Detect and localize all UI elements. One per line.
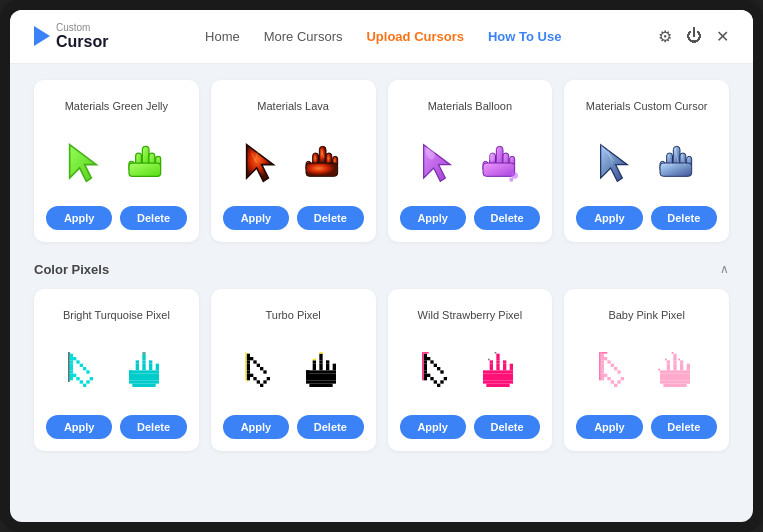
apply-button[interactable]: Apply [576, 206, 642, 230]
svg-rect-153 [490, 363, 493, 366]
cursor-arrow-turquoise [63, 347, 113, 397]
cursor-card-green-jelly: Materials Green Jelly [34, 80, 199, 242]
svg-rect-149 [496, 360, 499, 363]
apply-button[interactable]: Apply [400, 206, 466, 230]
cursor-card-baby-pink: Baby Pink Pixel [564, 289, 729, 451]
svg-rect-131 [424, 370, 427, 373]
svg-rect-181 [607, 377, 610, 380]
svg-rect-48 [73, 357, 76, 360]
svg-rect-41 [70, 357, 73, 360]
svg-rect-93 [260, 367, 263, 370]
svg-rect-57 [87, 380, 90, 383]
svg-rect-169 [600, 360, 603, 363]
svg-rect-203 [660, 377, 690, 380]
svg-rect-126 [424, 353, 427, 356]
apply-button[interactable]: Apply [46, 206, 112, 230]
svg-rect-180 [604, 373, 607, 376]
cursor-arrow-turbo [240, 347, 290, 397]
svg-rect-76 [129, 370, 159, 373]
svg-rect-77 [129, 373, 159, 376]
svg-rect-122 [306, 380, 336, 383]
cursor-card-custom: Materials Custom Cursor [564, 80, 729, 242]
svg-rect-185 [620, 377, 623, 380]
svg-rect-15 [306, 163, 338, 176]
apply-button[interactable]: Apply [400, 415, 466, 439]
nav-how-to-use[interactable]: How To Use [488, 29, 561, 44]
cursor-arrow-baby-pink [594, 347, 644, 397]
nav-upload-cursors[interactable]: Upload Cursors [366, 29, 464, 44]
svg-marker-0 [70, 144, 97, 181]
svg-rect-146 [424, 352, 429, 354]
svg-rect-62 [143, 357, 146, 360]
svg-rect-116 [333, 367, 336, 370]
section-chevron-icon[interactable]: ∧ [720, 262, 729, 276]
svg-rect-137 [437, 367, 440, 370]
cursor-hand-balloon [473, 138, 523, 188]
apply-button[interactable]: Apply [46, 415, 112, 439]
cursor-buttons: Apply Delete [46, 415, 187, 439]
svg-rect-200 [686, 367, 689, 370]
svg-rect-143 [440, 380, 443, 383]
svg-rect-6 [129, 163, 161, 176]
svg-rect-158 [510, 363, 513, 366]
svg-rect-136 [434, 363, 437, 366]
logo: Custom Cursor [34, 22, 108, 51]
gear-icon[interactable]: ⚙ [658, 27, 672, 46]
svg-rect-10 [319, 146, 326, 164]
svg-rect-91 [253, 360, 256, 363]
close-icon[interactable]: ✕ [716, 27, 729, 46]
logo-text: Custom Cursor [56, 22, 108, 51]
cursor-arrow-strawberry [417, 347, 467, 397]
svg-rect-47 [70, 377, 73, 380]
delete-button[interactable]: Delete [120, 415, 186, 439]
svg-rect-105 [319, 357, 322, 360]
svg-rect-140 [430, 377, 433, 380]
apply-button[interactable]: Apply [576, 415, 642, 439]
delete-button[interactable]: Delete [474, 206, 540, 230]
svg-rect-194 [666, 363, 669, 366]
cursor-hand-custom [650, 138, 700, 188]
delete-button[interactable]: Delete [474, 415, 540, 439]
nav-more-cursors[interactable]: More Cursors [264, 29, 343, 44]
svg-rect-141 [434, 380, 437, 383]
svg-rect-101 [245, 352, 247, 354]
cursor-name: Baby Pink Pixel [608, 301, 684, 329]
delete-button[interactable]: Delete [297, 415, 363, 439]
cursor-buttons: Apply Delete [576, 206, 717, 230]
cursor-name: Materials Custom Cursor [586, 92, 708, 120]
delete-button[interactable]: Delete [651, 415, 717, 439]
svg-point-26 [511, 172, 518, 179]
apply-button[interactable]: Apply [223, 206, 289, 230]
delete-button[interactable]: Delete [297, 206, 363, 230]
svg-rect-174 [600, 377, 603, 380]
nav-icons: ⚙ ⏻ ✕ [658, 27, 729, 46]
svg-point-27 [509, 177, 513, 181]
cursor-images [417, 337, 523, 407]
svg-rect-162 [483, 377, 513, 380]
cursor-name: Bright Turquoise Pixel [63, 301, 170, 329]
svg-rect-78 [129, 377, 159, 380]
svg-rect-40 [70, 353, 73, 356]
svg-rect-109 [313, 360, 316, 363]
delete-button[interactable]: Delete [120, 206, 186, 230]
power-icon[interactable]: ⏻ [686, 27, 702, 45]
cursor-images [240, 128, 346, 198]
svg-rect-67 [136, 363, 139, 366]
apply-button[interactable]: Apply [223, 415, 289, 439]
svg-rect-155 [503, 360, 506, 363]
color-pixels-section-header: Color Pixels ∧ [34, 262, 729, 277]
svg-rect-106 [319, 360, 322, 363]
cursor-arrow-lava [240, 138, 290, 188]
svg-rect-188 [673, 353, 676, 356]
svg-rect-87 [247, 370, 250, 373]
svg-rect-42 [70, 360, 73, 363]
delete-button[interactable]: Delete [651, 206, 717, 230]
nav-home[interactable]: Home [205, 29, 240, 44]
svg-rect-127 [424, 357, 427, 360]
svg-rect-196 [680, 360, 683, 363]
main-content: Materials Green Jelly [10, 64, 753, 522]
svg-rect-96 [253, 377, 256, 380]
svg-rect-164 [486, 383, 509, 386]
svg-rect-100 [267, 377, 270, 380]
svg-rect-191 [673, 363, 676, 366]
